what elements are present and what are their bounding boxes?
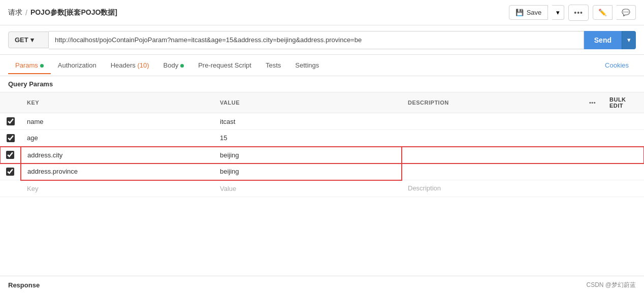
- body-dot: [180, 64, 184, 68]
- row-value-cell[interactable]: beijing: [214, 164, 402, 180]
- params-dot: [40, 64, 44, 68]
- table-row: age 15: [0, 130, 644, 147]
- row-bulk-cell: [603, 164, 644, 180]
- placeholder-desc[interactable]: Description: [402, 180, 583, 197]
- col-header-key: KEY: [21, 92, 214, 113]
- send-button[interactable]: Send: [584, 31, 622, 49]
- pencil-icon: ✏️: [598, 9, 607, 16]
- row-checkbox[interactable]: [6, 168, 14, 176]
- tab-headers[interactable]: Headers (10): [104, 56, 156, 74]
- placeholder-row: Key Value Description: [0, 180, 644, 197]
- col-header-check: [0, 92, 21, 113]
- tab-cookies[interactable]: Cookies: [598, 56, 636, 74]
- chevron-down-icon: ▾: [556, 9, 560, 16]
- comment-icon: 💬: [622, 9, 630, 16]
- placeholder-value[interactable]: Value: [214, 180, 402, 197]
- placeholder-actions: [583, 180, 603, 197]
- row-key-cell[interactable]: address.city: [21, 147, 214, 164]
- placeholder-check: [0, 180, 21, 197]
- row-bulk-cell: [603, 130, 644, 147]
- breadcrumb: 请求 / POJO参数[嵌套POJO数据]: [8, 8, 117, 17]
- save-button[interactable]: 💾 Save: [509, 5, 549, 20]
- row-actions-cell[interactable]: [583, 147, 603, 164]
- row-actions-cell[interactable]: [583, 130, 603, 147]
- row-checkbox[interactable]: [7, 117, 15, 125]
- row-desc-cell[interactable]: [402, 147, 583, 164]
- send-group: Send ▾: [584, 31, 636, 49]
- tab-prerequest[interactable]: Pre-request Script: [191, 56, 259, 74]
- footer-credit: CSDN @梦幻蔚蓝: [586, 281, 636, 289]
- row-desc-cell[interactable]: [402, 164, 583, 180]
- url-input[interactable]: [49, 31, 584, 49]
- col-header-bulk-edit[interactable]: Bulk Edit: [603, 92, 644, 113]
- tab-settings[interactable]: Settings: [288, 56, 326, 74]
- tab-tests[interactable]: Tests: [259, 56, 288, 74]
- row-value-cell[interactable]: 15: [214, 130, 402, 147]
- params-table: KEY VALUE DESCRIPTION ••• Bulk Edit name…: [0, 92, 644, 197]
- tab-params[interactable]: Params: [8, 56, 51, 74]
- table-row: address.city beijing: [0, 147, 644, 164]
- method-chevron-icon: ▾: [30, 36, 34, 44]
- row-checkbox[interactable]: [6, 151, 14, 159]
- col-header-actions: •••: [583, 92, 603, 113]
- table-row: name itcast: [0, 113, 644, 130]
- method-select[interactable]: GET ▾: [8, 31, 49, 48]
- footer-bar: Response CSDN @梦幻蔚蓝: [0, 276, 644, 294]
- row-actions-cell[interactable]: [583, 164, 603, 180]
- row-check-cell: [0, 164, 21, 180]
- row-bulk-cell: [603, 147, 644, 164]
- more-options-button[interactable]: [568, 5, 589, 21]
- row-key-cell[interactable]: name: [21, 113, 214, 130]
- col-header-description: DESCRIPTION: [402, 92, 583, 113]
- row-actions-cell[interactable]: [583, 113, 603, 130]
- query-params-label: Query Params: [0, 76, 644, 92]
- send-dropdown-button[interactable]: ▾: [622, 31, 636, 49]
- row-check-cell: [0, 113, 21, 130]
- row-key-cell[interactable]: address.province: [21, 164, 214, 180]
- row-value-cell[interactable]: itcast: [214, 113, 402, 130]
- comment-button[interactable]: 💬: [617, 5, 636, 20]
- row-desc-cell[interactable]: [402, 130, 583, 147]
- url-bar: GET ▾ Send ▾: [0, 25, 644, 55]
- col-header-value: VALUE: [214, 92, 402, 113]
- method-label: GET: [15, 36, 28, 44]
- row-desc-cell[interactable]: [402, 113, 583, 130]
- send-chevron-icon: ▾: [627, 36, 631, 44]
- row-key-cell[interactable]: age: [21, 130, 214, 147]
- request-title: POJO参数[嵌套POJO数据]: [30, 8, 117, 17]
- breadcrumb-separator: /: [25, 9, 27, 17]
- placeholder-key[interactable]: Key: [21, 180, 214, 197]
- row-check-cell: [0, 130, 21, 147]
- top-bar: 请求 / POJO参数[嵌套POJO数据] 💾 Save ▾ ✏️ 💬: [0, 0, 644, 25]
- table-row: address.province beijing: [0, 164, 644, 180]
- breadcrumb-prefix: 请求: [8, 8, 22, 17]
- edit-button[interactable]: ✏️: [593, 5, 613, 20]
- three-dots-icon: [574, 8, 583, 17]
- save-icon: 💾: [516, 9, 524, 16]
- row-value-cell[interactable]: beijing: [214, 147, 402, 164]
- tab-authorization[interactable]: Authorization: [51, 56, 104, 74]
- response-label: Response: [8, 281, 40, 289]
- row-check-cell: [0, 147, 21, 164]
- table-header-row: KEY VALUE DESCRIPTION ••• Bulk Edit: [0, 92, 644, 113]
- row-checkbox[interactable]: [7, 134, 15, 142]
- placeholder-bulk: [603, 180, 644, 197]
- top-bar-actions: 💾 Save ▾ ✏️ 💬: [509, 5, 636, 21]
- row-bulk-cell: [603, 113, 644, 130]
- tab-body[interactable]: Body: [156, 56, 191, 74]
- save-dropdown-button[interactable]: ▾: [552, 5, 564, 20]
- tabs-bar: Params Authorization Headers (10) Body P…: [0, 55, 644, 76]
